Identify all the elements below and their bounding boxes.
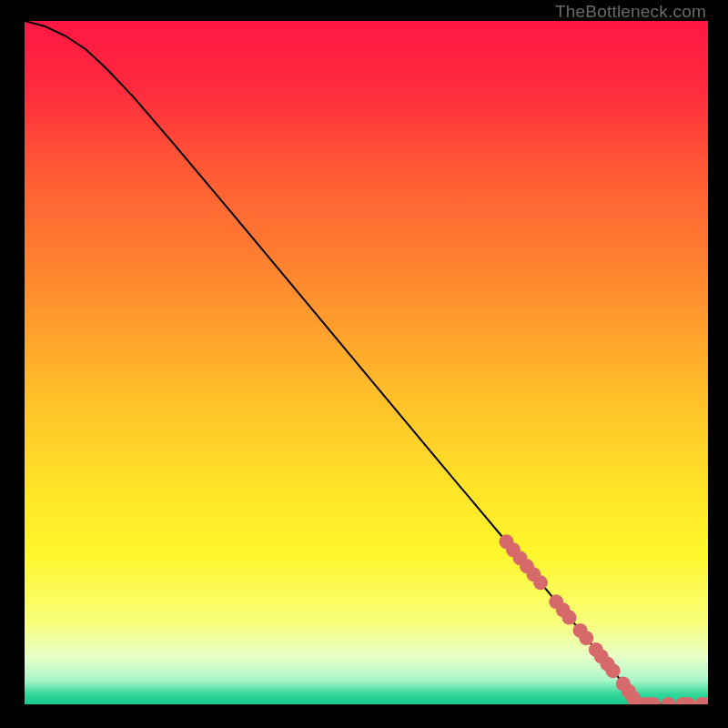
chart-stage: TheBottleneck.com: [0, 0, 728, 728]
chart-svg: [25, 21, 708, 704]
highlight-dot: [533, 575, 548, 590]
highlight-dot: [606, 663, 621, 678]
chart-background: [25, 21, 708, 704]
attribution-label: TheBottleneck.com: [555, 2, 706, 22]
chart-plot-area: [25, 21, 708, 704]
highlight-dot: [579, 631, 593, 645]
highlight-dot: [562, 611, 577, 625]
